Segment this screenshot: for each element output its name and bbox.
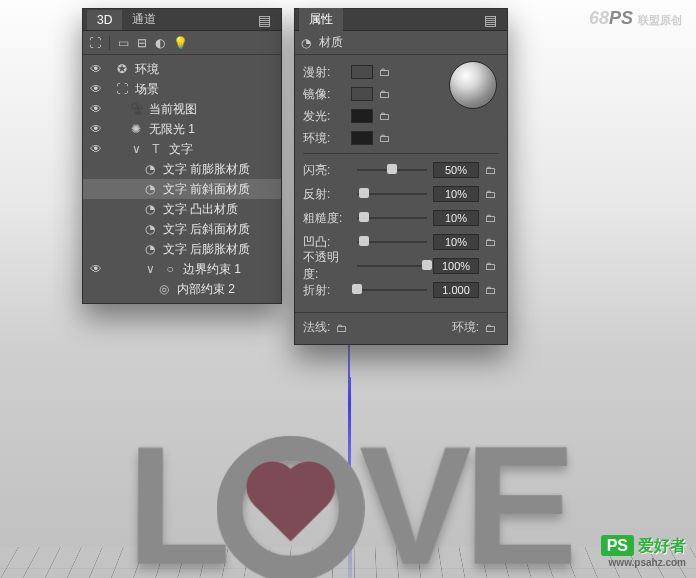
panel-3d[interactable]: 3D 通道 ▤ ⛶ ▭ ⊟ ◐ 💡 👁✪环境👁⛶场景👁🎥当前视图👁✺无限光 1👁… [82,8,282,304]
color-swatch[interactable] [351,87,373,101]
folder-icon[interactable]: 🗀 [485,322,499,334]
prop-label: 环境: [303,130,345,147]
folder-icon[interactable]: 🗀 [379,66,393,78]
filter-material-icon[interactable]: ⊟ [137,36,147,50]
item-label: 文字 前斜面材质 [163,181,250,198]
folder-icon[interactable]: 🗀 [336,322,350,334]
slider-knob[interactable] [359,236,369,246]
tree-item[interactable]: ◔文字 后膨胀材质 [83,239,281,259]
slider-value[interactable]: 10% [433,210,479,226]
slider-value[interactable]: 10% [433,234,479,250]
prop-header-label: 材质 [319,34,343,51]
material-preview-sphere[interactable] [449,61,497,109]
item-label: 场景 [135,81,159,98]
tree-item[interactable]: 👁⛶场景 [83,79,281,99]
item-label: 环境 [135,61,159,78]
tree-item[interactable]: 👁∨○边界约束 1 [83,259,281,279]
slider-track[interactable] [357,187,427,201]
visibility-eye-icon[interactable]: 👁 [89,82,103,96]
visibility-eye-icon[interactable] [89,162,103,176]
visibility-eye-icon[interactable]: 👁 [89,142,103,156]
slider-value[interactable]: 1.000 [433,282,479,298]
tree-item[interactable]: ◔文字 凸出材质 [83,199,281,219]
tree-item[interactable]: 👁✺无限光 1 [83,119,281,139]
color-swatch[interactable] [351,131,373,145]
item-label: 边界约束 1 [183,261,241,278]
slider-label: 反射: [303,186,351,203]
slider-track[interactable] [357,211,427,225]
folder-icon[interactable]: 🗀 [485,236,499,248]
color-swatch[interactable] [351,65,373,79]
slider-knob[interactable] [422,260,432,270]
slider-track[interactable] [357,283,427,297]
filter-mesh-icon[interactable]: ▭ [118,36,129,50]
folder-icon[interactable]: 🗀 [485,188,499,200]
visibility-eye-icon[interactable] [89,242,103,256]
slider-row: 不透明度:100%🗀 [303,254,499,278]
tree-item[interactable]: ◔文字 后斜面材质 [83,219,281,239]
slider-value[interactable]: 100% [433,258,479,274]
slider-track[interactable] [357,259,427,273]
folder-icon[interactable]: 🗀 [379,110,393,122]
tree-item[interactable]: ◔文字 前斜面材质 [83,179,281,199]
item-label: 文字 凸出材质 [163,201,238,218]
tree-item[interactable]: 👁✪环境 [83,59,281,79]
item-label: 文字 前膨胀材质 [163,161,250,178]
filter-light-icon[interactable]: ◐ [155,36,165,50]
tree-item[interactable]: ◔文字 前膨胀材质 [83,159,281,179]
prop-label: 漫射: [303,64,345,81]
slider-knob[interactable] [359,188,369,198]
visibility-eye-icon[interactable]: 👁 [89,62,103,76]
folder-icon[interactable]: 🗀 [485,284,499,296]
folder-icon[interactable]: 🗀 [379,132,393,144]
panel-menu-icon[interactable]: ▤ [252,12,277,28]
slider-row: 闪亮:50%🗀 [303,158,499,182]
tree-item[interactable]: 👁∨T文字 [83,139,281,159]
tab-properties[interactable]: 属性 [299,8,343,31]
visibility-eye-icon[interactable]: 👁 [89,262,103,276]
slider-label: 不透明度: [303,249,351,283]
prop-label: 镜像: [303,86,345,103]
love-3d-text[interactable]: LVE [127,420,570,578]
visibility-eye-icon[interactable]: 👁 [89,122,103,136]
folder-icon[interactable]: 🗀 [485,212,499,224]
visibility-eye-icon[interactable] [89,222,103,236]
filter-whole-icon[interactable]: ⛶ [89,36,101,50]
panel-3d-tabs: 3D 通道 ▤ [83,9,281,31]
slider-row: 折射:1.000🗀 [303,278,499,302]
material-icon: ◔ [301,36,311,50]
tree-item[interactable]: 👁🎥当前视图 [83,99,281,119]
slider-track[interactable] [357,235,427,249]
normal-label: 法线: [303,319,330,336]
panel-prop-tabs: 属性 ▤ [295,9,507,31]
filter-lightbulb-icon[interactable]: 💡 [173,36,188,50]
slider-knob[interactable] [387,164,397,174]
panel-properties[interactable]: 属性 ▤ ◔ 材质 漫射:🗀镜像:🗀发光:🗀环境:🗀闪亮:50%🗀反射:10%🗀… [294,8,508,345]
prop-bottom: 法线:🗀 环境:🗀 [295,312,507,344]
visibility-eye-icon[interactable] [89,182,103,196]
slider-row: 粗糙度:10%🗀 [303,206,499,230]
visibility-eye-icon[interactable] [89,202,103,216]
folder-icon[interactable]: 🗀 [485,164,499,176]
color-swatch[interactable] [351,109,373,123]
slider-knob[interactable] [352,284,362,294]
item-type-icon: ✪ [115,62,129,76]
item-label: 文字 [169,141,193,158]
slider-value[interactable]: 10% [433,186,479,202]
tab-channels[interactable]: 通道 [122,8,166,31]
slider-value[interactable]: 50% [433,162,479,178]
item-label: 内部约束 2 [177,281,235,298]
slider-knob[interactable] [359,212,369,222]
slider-track[interactable] [357,163,427,177]
visibility-eye-icon[interactable]: 👁 [89,102,103,116]
tab-3d[interactable]: 3D [87,10,122,30]
tree-item[interactable]: ◎内部约束 2 [83,279,281,299]
item-type-icon: ◔ [143,182,157,196]
folder-icon[interactable]: 🗀 [379,88,393,100]
heart-icon [254,469,328,541]
env-label: 环境: [452,319,479,336]
panel-menu-icon[interactable]: ▤ [478,12,503,28]
visibility-eye-icon[interactable] [89,282,103,296]
panel-3d-toolbar: ⛶ ▭ ⊟ ◐ 💡 [83,31,281,55]
folder-icon[interactable]: 🗀 [485,260,499,272]
